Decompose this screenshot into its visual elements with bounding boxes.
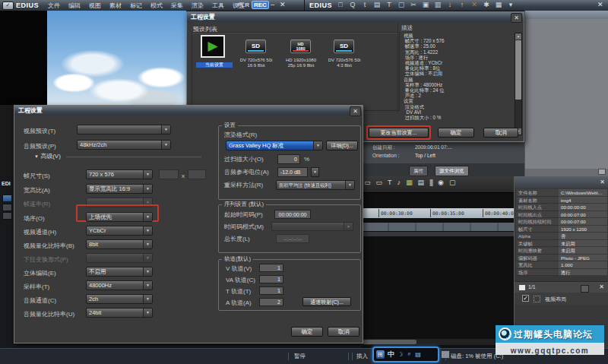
plr-indicator[interactable]: PLR <box>237 2 249 8</box>
ime-toolbar[interactable]: 田 中 ☽ 〃 ▤ <box>372 347 439 362</box>
ime-softkeyboard-icon[interactable]: ▤ <box>415 351 421 358</box>
frame-size-dropdown[interactable]: 720 x 576 <box>86 169 153 179</box>
timeline-track-audio[interactable] <box>362 232 520 236</box>
stereo-edit-dropdown[interactable]: 不启用 <box>86 267 153 277</box>
channel-mapping-button[interactable]: 通道映射(C)... <box>302 297 351 306</box>
taskbar-tray-icon[interactable] <box>441 350 450 359</box>
timeline-ruler[interactable]: 00:00:30:00 00:00:35:00 00:00:40:00 <box>362 208 520 218</box>
subpanel-close-button[interactable]: ✕ <box>599 283 604 290</box>
video-preset-dropdown[interactable] <box>77 125 171 135</box>
video-channel-dropdown[interactable]: YCbCr <box>86 226 153 236</box>
va-track-input[interactable]: 1 <box>259 275 283 283</box>
layout-row[interactable]: ✓ 视频布局 <box>515 293 608 305</box>
audio-preset-dropdown[interactable]: 48kHz/2ch <box>77 140 171 150</box>
audio-reference-spinner[interactable]: ▼ <box>311 167 319 177</box>
menu-edit[interactable]: 编辑 <box>66 2 83 10</box>
advanced-expander[interactable]: ▼ 高级(V) <box>34 151 61 162</box>
sequence-grid-icon[interactable]: ▤ <box>418 179 425 186</box>
import-icon[interactable]: ↓ <box>445 1 455 8</box>
audio-channel-dropdown[interactable]: 2ch <box>86 294 153 304</box>
preset-item-sd-169[interactable]: SD DV 720x576 50i 16:9 8bit <box>235 33 277 78</box>
audio-reference-input[interactable]: -12.0 dB <box>277 167 308 177</box>
bin-strip-icon[interactable] <box>2 212 12 220</box>
audio-mixer-icon[interactable]: ||| <box>429 179 432 186</box>
overscan-input[interactable]: 0 <box>277 154 300 164</box>
start-timecode-input[interactable]: 00:00:00:00 <box>274 210 311 219</box>
change-current-settings-button[interactable]: 更改当前设置... <box>369 128 429 138</box>
hscroll-thumb[interactable] <box>363 340 416 344</box>
title-create-icon[interactable]: T <box>388 179 392 186</box>
project-ok-button[interactable]: 确定 <box>291 327 323 337</box>
delete-icon[interactable]: ✕ <box>469 1 480 8</box>
status-insert-mode[interactable]: 插入 <box>356 353 368 360</box>
paste-icon[interactable]: ▥ <box>432 1 443 8</box>
layout-checkbox[interactable]: ✓ <box>522 295 529 302</box>
frame-width-input[interactable] <box>159 169 179 179</box>
project-cancel-button[interactable]: 取消 <box>328 327 359 337</box>
properties-icon[interactable]: ✱ <box>481 1 492 8</box>
clip-tool-icon[interactable]: ▭ <box>364 179 371 186</box>
ime-punctuation-icon[interactable]: 〃 <box>406 350 412 359</box>
aspect-ratio-dropdown[interactable]: 显示宽高比 16:9 <box>86 184 153 194</box>
preset-item-current[interactable]: ▶ 当前设置 <box>196 33 233 78</box>
ime-halfmoon-icon[interactable]: ☽ <box>397 351 403 358</box>
preset-item-hd1080[interactable]: HD 1080 HD 1920x1080 25p 16:9 8bit <box>279 33 323 78</box>
add-clip-icon[interactable]: t <box>359 1 370 8</box>
voiceover-mic-icon[interactable]: ♪ <box>397 179 401 186</box>
preset-dialog-titlebar[interactable]: 工程设置 <box>187 12 524 22</box>
preset-ok-button[interactable]: 确定 <box>438 128 474 138</box>
menu-view[interactable]: 视图 <box>87 2 103 10</box>
cut-icon[interactable]: ✂ <box>408 1 419 8</box>
bin-strip-icon[interactable] <box>2 195 12 202</box>
gear-icon[interactable] <box>581 285 589 293</box>
sample-rate-dropdown[interactable]: 48000Hz <box>86 280 153 290</box>
preset-cancel-button[interactable]: 取消 <box>483 128 518 138</box>
a-track-input[interactable]: 2 <box>259 298 283 306</box>
timeline-track-video[interactable] <box>362 223 520 231</box>
t-track-input[interactable]: 1 <box>259 286 283 295</box>
dropdown-arrow-icon[interactable]: ▾ <box>505 1 516 8</box>
total-length-input[interactable]: --:--:--:-- <box>276 234 309 243</box>
tab-properties[interactable]: 属性 <box>409 166 428 176</box>
rec-indicator[interactable]: REC <box>252 1 269 9</box>
menu-file[interactable]: 文件 <box>46 2 62 10</box>
panel-resize-handle[interactable] <box>598 169 606 175</box>
search-icon[interactable]: Q <box>347 1 358 8</box>
trim-tool-icon[interactable]: ▭ <box>376 179 383 186</box>
frame-height-input[interactable] <box>188 169 206 179</box>
menu-mode[interactable]: 模式 <box>148 2 165 10</box>
monitor-icon[interactable]: ▢ <box>396 1 407 8</box>
render-clip-icon[interactable]: ▦ <box>406 179 413 186</box>
render-format-dropdown[interactable]: Grass Valley HQ 标准 <box>226 141 323 150</box>
export-icon[interactable]: ↑ <box>457 1 467 8</box>
bin-strip-icon[interactable] <box>2 204 12 211</box>
field-order-dropdown[interactable]: 上场优先 <box>86 212 153 222</box>
video-bit-depth-dropdown[interactable]: 8bit <box>86 239 153 249</box>
scroll-up-arrow[interactable]: ▲ <box>515 33 521 40</box>
audio-bit-depth-dropdown[interactable]: 24bit <box>86 308 153 318</box>
render-detail-button[interactable]: 详细(D)... <box>326 141 358 150</box>
menu-capture[interactable]: 采集 <box>169 2 185 10</box>
ime-chinese-mode-icon[interactable]: 中 <box>388 350 394 359</box>
menu-clip[interactable]: 素材 <box>107 2 124 10</box>
resample-dropdown[interactable]: 面积平均法 (快速且锐利) <box>276 180 355 190</box>
tab-source-browser[interactable]: 源文件浏览 <box>435 166 469 176</box>
clipboard-icon[interactable]: ▤ <box>372 1 382 8</box>
description-scrollbar[interactable]: ▲ ▼ <box>515 33 522 135</box>
bin-close-button[interactable]: ✕ <box>597 1 603 8</box>
menu-marker[interactable]: 标记 <box>128 2 144 10</box>
v-track-input[interactable]: 1 <box>259 264 283 272</box>
minimize-button[interactable]: – <box>271 1 274 8</box>
menu-tools[interactable]: 工具 <box>210 2 226 10</box>
info-panel-titlebar[interactable]: ✕ <box>515 176 608 188</box>
copy-icon[interactable]: ▣ <box>420 1 431 8</box>
view-grid-icon[interactable]: ▦ <box>493 1 504 8</box>
menu-render[interactable]: 渲染 <box>189 2 206 10</box>
info-close-button[interactable]: ✕ <box>600 179 605 185</box>
title-tool-icon[interactable]: T <box>384 1 394 8</box>
info-icon[interactable]: ◉ <box>438 179 444 186</box>
open-project-icon[interactable]: □ <box>335 1 346 8</box>
ime-logo-icon[interactable]: 田 <box>376 350 385 359</box>
preset-dialog-close[interactable]: ✕ <box>511 13 522 23</box>
project-dialog-titlebar[interactable]: 工程设置 <box>14 106 363 116</box>
